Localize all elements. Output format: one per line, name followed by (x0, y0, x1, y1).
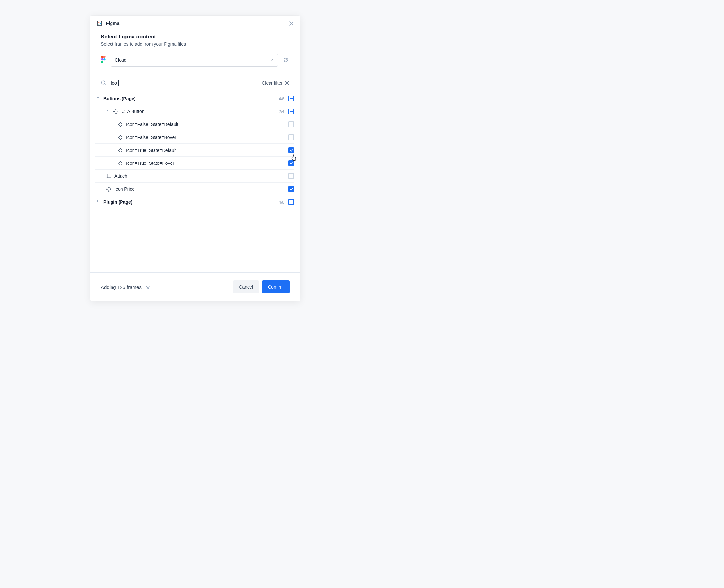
frame-icon (106, 173, 111, 178)
row-label: Icon=False, State=Hover (126, 135, 288, 140)
svg-rect-11 (118, 135, 123, 140)
svg-rect-15 (108, 190, 109, 192)
modal-title: Select Figma content (101, 34, 290, 40)
diamond-icon (118, 135, 123, 140)
row-label: Plugin (Page) (103, 200, 278, 205)
svg-rect-16 (106, 188, 108, 190)
search-left: Ico (101, 80, 262, 86)
row-count: 2/4 (278, 109, 285, 114)
caret-down-icon[interactable] (106, 109, 110, 114)
caret-right-icon[interactable] (96, 200, 101, 204)
clear-filter-label: Clear filter (262, 81, 283, 86)
row-label: Icon Price (115, 186, 288, 192)
app-title: Figma (106, 21, 119, 26)
svg-rect-14 (108, 187, 109, 188)
figma-logo-icon (101, 56, 107, 65)
component-icon (113, 109, 118, 114)
close-icon[interactable] (288, 20, 294, 26)
svg-point-4 (103, 59, 106, 61)
tree: Buttons (Page)4/6CTA Button2/4Icon=False… (90, 92, 300, 272)
row-label: Icon=False, State=Default (126, 122, 288, 127)
tree-row[interactable]: Icon=True, State=Default (90, 144, 300, 157)
svg-rect-7 (115, 113, 116, 114)
figma-select-modal: Figma Select Figma content Select frames… (90, 16, 300, 301)
tree-row[interactable]: Icon=False, State=Hover (90, 131, 300, 144)
svg-point-2 (100, 23, 101, 24)
cursor-pointer-icon (291, 154, 297, 162)
cancel-button[interactable]: Cancel (233, 280, 259, 293)
modal-subtitle: Select frames to add from your Figma fil… (101, 41, 290, 46)
component-icon (106, 186, 111, 192)
checkbox[interactable] (288, 122, 294, 127)
footer-actions: Cancel Confirm (233, 280, 290, 293)
clear-filter-button[interactable]: Clear filter (262, 81, 290, 86)
figma-app-icon (96, 20, 103, 26)
svg-rect-6 (115, 109, 116, 110)
tree-row[interactable]: Attach (90, 170, 300, 183)
footer-status: Adding 126 frames (101, 284, 150, 290)
caret-down-icon[interactable] (96, 96, 101, 101)
file-selector-row: Cloud (101, 54, 290, 66)
checkbox[interactable] (288, 96, 294, 102)
refresh-icon[interactable] (282, 56, 290, 64)
tree-row[interactable]: Icon=False, State=Default (90, 118, 300, 131)
row-count: 4/6 (278, 96, 285, 101)
diamond-icon (118, 148, 123, 153)
svg-rect-9 (117, 111, 118, 112)
checkbox[interactable] (288, 108, 294, 114)
checkbox[interactable] (288, 147, 294, 153)
svg-point-3 (98, 24, 99, 24)
row-label: Icon=True, State=Hover (126, 161, 288, 166)
svg-rect-8 (113, 111, 115, 112)
header-left: Figma (96, 20, 119, 26)
checkbox[interactable] (288, 134, 294, 140)
svg-rect-12 (118, 148, 123, 152)
close-icon[interactable] (146, 285, 150, 289)
close-icon (285, 81, 290, 85)
row-label: Buttons (Page) (103, 96, 278, 101)
chevron-down-icon (270, 58, 274, 63)
search-input-wrap[interactable]: Ico (110, 80, 262, 86)
svg-point-1 (98, 22, 99, 23)
text-caret (118, 81, 119, 86)
dropdown-selected: Cloud (115, 58, 127, 63)
svg-rect-13 (118, 161, 123, 165)
svg-rect-17 (110, 188, 111, 190)
diamond-icon (118, 122, 123, 127)
row-count: 4/6 (278, 200, 285, 205)
checkbox[interactable] (288, 173, 294, 179)
tree-row[interactable]: Buttons (Page)4/6 (90, 92, 300, 105)
status-text: Adding 126 frames (101, 284, 142, 290)
confirm-button[interactable]: Confirm (262, 280, 290, 293)
diamond-icon (118, 161, 123, 166)
row-label: CTA Button (122, 109, 278, 114)
section-top: Select Figma content Select frames to ad… (90, 31, 300, 72)
svg-point-5 (102, 81, 105, 84)
modal-header: Figma (90, 16, 300, 31)
checkbox[interactable] (288, 199, 294, 205)
row-label: Attach (115, 173, 288, 178)
search-input[interactable]: Ico (110, 80, 262, 86)
search-icon (101, 80, 107, 86)
svg-rect-0 (97, 21, 102, 25)
search-row: Ico Clear filter (90, 72, 300, 92)
row-label: Icon=True, State=Default (126, 148, 288, 153)
tree-row[interactable]: Plugin (Page)4/6 (90, 195, 300, 208)
tree-row[interactable]: Icon=True, State=Hover (90, 157, 300, 170)
checkbox[interactable] (288, 186, 294, 192)
svg-rect-10 (118, 123, 123, 127)
tree-row[interactable]: CTA Button2/4 (90, 105, 300, 118)
modal-footer: Adding 126 frames Cancel Confirm (90, 272, 300, 301)
tree-row[interactable]: Icon Price (90, 183, 300, 195)
file-dropdown[interactable]: Cloud (110, 54, 278, 66)
